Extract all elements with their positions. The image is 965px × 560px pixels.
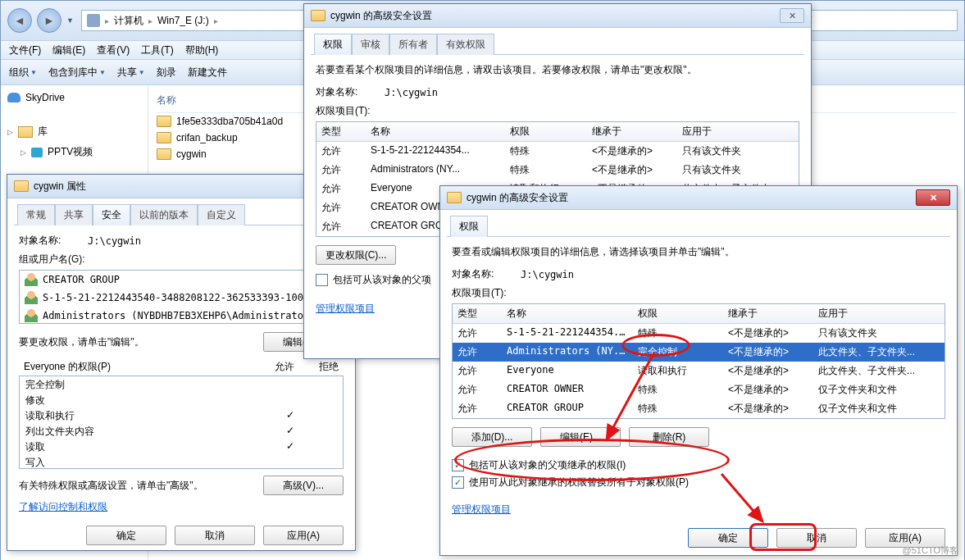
dialog-title: cygwin 属性: [34, 180, 319, 193]
close-button[interactable]: ✕: [780, 8, 804, 23]
change-perm-button[interactable]: 更改权限(C)...: [316, 245, 396, 265]
perm-row-selected[interactable]: 允许Administrators (NY...完全控制<不是继承的>此文件夹、子…: [453, 343, 945, 362]
menu-tools[interactable]: 工具(T): [141, 43, 173, 57]
folder-icon: [157, 148, 171, 160]
groups-label: 组或用户名(G):: [19, 253, 344, 266]
dialog-title: cygwin 的高级安全设置: [467, 191, 911, 205]
replace-children-checkbox[interactable]: [452, 476, 464, 489]
menu-view[interactable]: 查看(V): [97, 43, 130, 57]
ok-button[interactable]: 确定: [86, 526, 166, 545]
menu-edit[interactable]: 编辑(E): [52, 43, 85, 57]
tb-share[interactable]: 共享▼: [117, 66, 145, 80]
hint: 要查看或编辑权限项目的详细信息，请选择该项目并单击"编辑"。: [452, 245, 945, 259]
manage-link[interactable]: 管理权限项目: [452, 503, 945, 517]
perm-row[interactable]: 允许S-1-5-21-221244354...特殊<不是继承的>只有该文件夹: [453, 324, 945, 343]
tree-skydrive[interactable]: SkyDrive: [4, 90, 144, 105]
tab-effective[interactable]: 有效权限: [437, 34, 494, 55]
delete-button[interactable]: 删除(R): [629, 427, 709, 447]
library-icon: [18, 126, 33, 138]
folder-icon: [157, 132, 171, 143]
inherit-checkbox[interactable]: [452, 459, 464, 471]
menu-file[interactable]: 文件(F): [9, 43, 41, 57]
dialog-title: cygwin 的高级安全设置: [330, 9, 775, 23]
folder-icon: [14, 180, 29, 192]
perm-listbox[interactable]: 类型 名称 权限 继承于 应用于 允许S-1-5-21-221244354...…: [452, 303, 945, 419]
tab-versions[interactable]: 以前的版本: [130, 204, 198, 225]
user-icon: [25, 291, 38, 304]
tab-general[interactable]: 常规: [17, 204, 55, 225]
obj-label: 对象名称:: [19, 234, 76, 248]
cancel-button[interactable]: 取消: [175, 526, 255, 545]
add-button[interactable]: 添加(D)...: [452, 427, 532, 447]
advanced-button[interactable]: 高级(V)...: [263, 476, 344, 495]
ok-button[interactable]: 确定: [688, 528, 768, 548]
tb-burn[interactable]: 刻录: [157, 66, 176, 80]
apply-button[interactable]: 应用(A): [263, 526, 344, 545]
breadcrumb-1[interactable]: Win7_E (J:): [157, 15, 209, 26]
cancel-button[interactable]: 取消: [776, 528, 857, 548]
user-icon: [25, 273, 38, 286]
user-icon: [25, 309, 38, 322]
drive-icon: [87, 14, 100, 27]
tab-perm[interactable]: 权限: [450, 216, 488, 237]
perm-row[interactable]: 允许Everyone读取和执行<不是继承的>此文件夹、子文件夹...: [453, 362, 945, 380]
adv-hint: 有关特殊权限或高级设置，请单击"高级"。: [19, 479, 203, 493]
tab-audit[interactable]: 审核: [352, 34, 389, 55]
pptv-icon: [31, 148, 43, 157]
tab-security[interactable]: 安全: [93, 204, 130, 225]
close-button[interactable]: ✕: [916, 189, 950, 206]
perm-row[interactable]: 允许CREATOR GROUP特殊<不是继承的>仅子文件夹和文件: [453, 399, 945, 418]
adv-security-dialog-2: cygwin 的高级安全设置 ✕ 权限 要查看或编辑权限项目的详细信息，请选择该…: [439, 185, 958, 556]
tb-include-lib[interactable]: 包含到库中▼: [48, 66, 106, 80]
folder-icon: [157, 116, 171, 127]
nav-fwd-button[interactable]: ►: [37, 8, 61, 33]
perm-header-label: Everyone 的权限(P): [24, 360, 111, 374]
folder-icon: [311, 10, 325, 21]
tb-organize[interactable]: 组织▼: [9, 66, 37, 80]
edit-hint: 要更改权限，请单击"编辑"。: [19, 335, 144, 349]
perm-table[interactable]: 完全控制 修改 读取和执行✓ 列出文件夹内容✓ 读取✓ 写入: [19, 376, 344, 469]
groups-listbox[interactable]: CREATOR GROUP S-1-5-21-2212443540-348820…: [19, 270, 344, 324]
cloud-icon: [7, 93, 20, 102]
tab-owner[interactable]: 所有者: [389, 34, 437, 55]
breadcrumb-0[interactable]: 计算机: [114, 14, 143, 28]
menu-help[interactable]: 帮助(H): [185, 43, 219, 57]
nav-back-button[interactable]: ◄: [7, 8, 32, 33]
props-tabs: 常规 共享 安全 以前的版本 自定义: [14, 203, 348, 225]
learn-link[interactable]: 了解访问控制和权限: [19, 500, 344, 514]
tb-newfolder[interactable]: 新建文件: [188, 66, 227, 80]
folder-icon: [447, 192, 462, 203]
hint: 若要查看某个权限项目的详细信息，请双击该项目。若要修改权限，请单击"更改权限"。: [316, 63, 799, 77]
tab-custom[interactable]: 自定义: [198, 204, 245, 225]
tab-share[interactable]: 共享: [55, 204, 93, 225]
inherit-checkbox[interactable]: [316, 274, 328, 286]
tree-pptv[interactable]: ▷PPTV视频: [4, 145, 144, 159]
nav-history-drop[interactable]: ▼: [66, 16, 76, 25]
tree-library[interactable]: ▷库: [4, 123, 144, 140]
obj-path: J:\cygwin: [88, 235, 141, 247]
edit-button[interactable]: 编辑(E)...: [540, 427, 621, 447]
watermark: @51CTO博客: [903, 544, 958, 557]
perm-row[interactable]: 允许CREATOR OWNER特殊<不是继承的>仅子文件夹和文件: [453, 380, 945, 399]
tab-perm[interactable]: 权限: [314, 34, 352, 55]
